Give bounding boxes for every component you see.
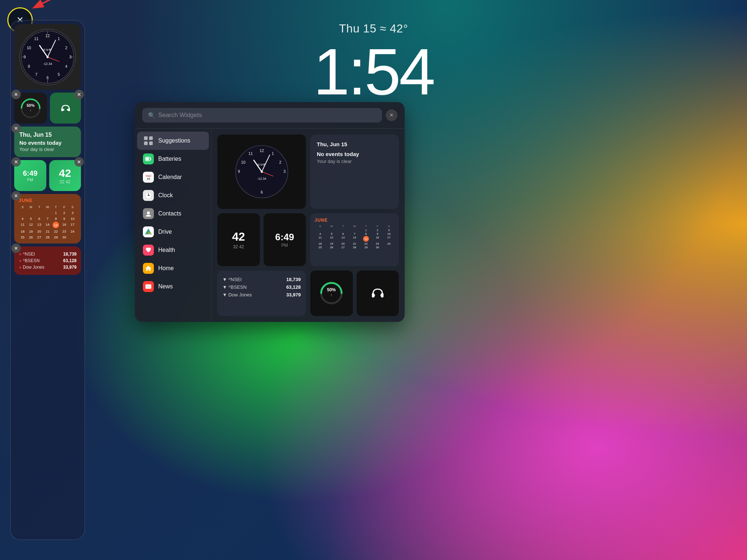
widget-sidebar: 12 6 9 3 1 2 11 10 4 5 8 7 CUP -12.34 ✕ (10, 20, 85, 540)
svg-text:7: 7 (35, 72, 38, 76)
preview-cal-grid: S M T W T F S . . . . 1 2 3 4 5 6 (315, 224, 394, 249)
sidebar-item-clock[interactable]: Clock (137, 186, 209, 205)
preview-calendar-event-widget[interactable]: Thu, Jun 15 No events today Your day is … (310, 135, 399, 209)
event-date: Thu, Jun 15 (19, 132, 76, 138)
svg-point-28 (59, 102, 72, 115)
svg-text:-12.34: -12.34 (43, 62, 52, 66)
remove-event-button[interactable]: ✕ (11, 124, 21, 133)
lockscreen-time: 1:54 (313, 39, 433, 105)
lockscreen-header: Thu 15 ≈ 42° 1:54 (313, 22, 433, 105)
svg-point-76 (372, 294, 375, 297)
sidebar-label-calendar: Calendar (158, 174, 182, 180)
temp-value: 42 (59, 167, 71, 179)
svg-text:11: 11 (34, 36, 39, 41)
sidebar-item-contacts[interactable]: Contacts (137, 205, 209, 223)
sidebar-label-contacts: Contacts (158, 210, 181, 217)
svg-marker-50 (145, 229, 151, 234)
svg-text:50%: 50% (27, 103, 35, 108)
svg-text:2: 2 (279, 160, 281, 164)
preview-headphone-widget[interactable] (357, 271, 399, 316)
widget-panel: 🔍 Search Widgets × Suggestions (135, 102, 405, 322)
preview-cal-date: Thu, Jun 15 (317, 141, 392, 147)
sidebar-item-suggestions[interactable]: Suggestions (137, 132, 209, 150)
preview-battery-widget[interactable]: 50% ↑ (310, 271, 353, 316)
preview-temp-range: 32 42 (233, 244, 244, 249)
svg-rect-34 (149, 136, 153, 140)
sidebar-item-home[interactable]: Home (137, 259, 209, 277)
svg-text:3: 3 (69, 54, 71, 59)
preview-stock-nsei: ▼ ^NSEI 18,739 (222, 276, 301, 283)
svg-text:10: 10 (241, 160, 245, 164)
preview-stocks-widget[interactable]: ▼ ^NSEI 18,739 ▼ ^BSESN 63,128 ▼ Dow Jon… (217, 271, 306, 316)
svg-text:↑: ↑ (331, 293, 332, 297)
calendar-icon: THU 15 (143, 172, 154, 183)
clock-icon (143, 190, 154, 201)
preview-time-widget[interactable]: 6:49 PM (264, 213, 306, 266)
svg-text:3: 3 (283, 170, 285, 174)
search-icon: 🔍 (148, 112, 155, 119)
battery-ring: 50% ↑ (20, 98, 41, 119)
sidebar-item-calendar[interactable]: THU 15 Calendar (137, 168, 209, 186)
panel-close-button[interactable]: × (386, 109, 397, 121)
remove-battery-button[interactable]: ✕ (11, 90, 21, 99)
headphone-icon (58, 101, 73, 116)
sidebar-item-news[interactable]: News (137, 277, 209, 296)
svg-text:6: 6 (47, 75, 49, 80)
svg-text:10: 10 (27, 45, 31, 50)
panel-content: 12 6 9 3 1 2 11 10 CUP -12.34 (211, 129, 405, 322)
preview-stock-dow: ▼ Dow Jones 33,979 (222, 291, 301, 299)
svg-text:50%: 50% (327, 287, 336, 292)
remove-weather-button[interactable]: ✕ (11, 157, 21, 167)
svg-point-77 (380, 294, 383, 297)
svg-text:12: 12 (46, 34, 50, 38)
red-arrow-icon (27, 0, 57, 18)
preview-battery-headphone-row: 50% ↑ (310, 271, 399, 316)
preview-temp-time-row: 42 32 42 6:49 PM (217, 213, 306, 266)
preview-cal-sub: Your day is clear (317, 159, 392, 164)
sidebar-item-health[interactable]: Health (137, 241, 209, 259)
svg-text:5: 5 (58, 72, 60, 76)
remove-stocks-button[interactable]: ✕ (11, 244, 21, 253)
svg-text:9: 9 (238, 170, 240, 174)
preview-temp-widget[interactable]: 42 32 42 (217, 213, 260, 266)
clock-face: 12 6 9 3 1 2 11 10 4 5 8 7 CUP -12.34 (19, 29, 76, 85)
sidebar-label-clock: Clock (158, 192, 173, 199)
search-placeholder: Search Widgets (158, 112, 202, 119)
sidebar-label-drive: Drive (158, 229, 172, 235)
svg-text:↑: ↑ (30, 109, 32, 112)
remove-calendar-button[interactable]: ✕ (11, 191, 21, 201)
panel-sidebar: Suggestions Batteries (135, 129, 211, 322)
stock-row-dowjones: Dow Jones 33,979 (19, 264, 77, 271)
remove-headphone-button[interactable]: ✕ (74, 90, 84, 99)
svg-rect-51 (145, 284, 151, 289)
svg-text:-12.34: -12.34 (257, 177, 266, 180)
stocks-widget: ✕ ^NSEI 18,739 ^BSESN 63,128 Dow Jones 3… (14, 246, 81, 275)
preview-stock-bsesn: ▼ ^BSESN 63,128 (222, 283, 301, 291)
panel-body: Suggestions Batteries (135, 129, 405, 322)
news-icon (143, 281, 154, 292)
sidebar-label-home: Home (158, 265, 174, 272)
sidebar-label-news: News (158, 283, 173, 290)
clock-widget: 12 6 9 3 1 2 11 10 4 5 8 7 CUP -12.34 (14, 24, 81, 90)
calendar-month: JUNE (19, 198, 77, 203)
svg-point-32 (67, 109, 69, 110)
sidebar-item-drive[interactable]: Drive (137, 223, 209, 241)
svg-text:6: 6 (261, 190, 263, 195)
home-icon (143, 263, 154, 274)
svg-point-47 (148, 195, 149, 196)
calendar-widget: ✕ JUNE S M T W T F S 1 2 3 4 5 6 7 8 9 1… (14, 194, 81, 244)
svg-text:2: 2 (65, 45, 67, 50)
drive-icon (143, 226, 154, 237)
search-bar[interactable]: 🔍 Search Widgets (142, 108, 382, 122)
svg-rect-38 (150, 158, 151, 160)
temp-range: 32 42 (59, 179, 70, 184)
preview-clock-widget[interactable]: 12 6 9 3 1 2 11 10 CUP -12.34 (217, 135, 306, 209)
sidebar-item-batteries[interactable]: Batteries (137, 150, 209, 168)
event-sub: Your day is clear (19, 147, 76, 152)
preview-temp-value: 42 (232, 230, 245, 244)
svg-point-69 (261, 171, 263, 173)
preview-calendar-grid-widget[interactable]: JUNE S M T W T F S . . . . 1 2 3 4 (310, 213, 399, 266)
remove-temp-button[interactable]: ✕ (74, 157, 84, 167)
svg-rect-36 (149, 141, 153, 145)
svg-point-23 (47, 56, 49, 58)
